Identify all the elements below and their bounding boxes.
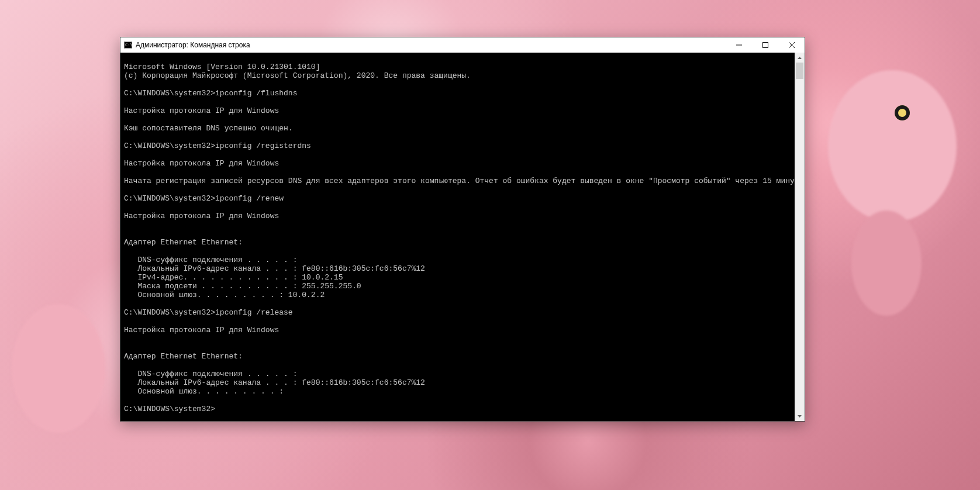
vertical-scrollbar[interactable] [795, 53, 805, 421]
cmd-icon: C:\ [124, 42, 132, 49]
svg-line-5 [789, 42, 795, 48]
command-prompt-window: C:\ Администратор: Командная строка [120, 37, 805, 422]
desktop-wallpaper: C:\ Администратор: Командная строка [0, 0, 980, 490]
svg-text:C:\: C:\ [125, 43, 132, 47]
scrollbar-up-button[interactable] [795, 53, 805, 63]
svg-rect-4 [762, 43, 768, 48]
scrollbar-thumb[interactable] [796, 63, 803, 79]
wallpaper-shape [828, 70, 957, 222]
minimize-button[interactable] [726, 37, 752, 53]
maximize-button[interactable] [752, 37, 778, 53]
client-area: Microsoft Windows [Version 10.0.21301.10… [120, 53, 805, 421]
wallpaper-shape [851, 211, 922, 316]
scrollbar-track[interactable] [795, 63, 805, 411]
window-title: Администратор: Командная строка [136, 41, 250, 49]
scrollbar-down-button[interactable] [795, 411, 805, 421]
wallpaper-shape [895, 105, 910, 120]
svg-line-6 [789, 42, 795, 48]
window-controls [726, 37, 805, 53]
wallpaper-shape [12, 304, 105, 433]
close-button[interactable] [778, 37, 805, 53]
terminal-output[interactable]: Microsoft Windows [Version 10.0.21301.10… [120, 60, 795, 413]
titlebar[interactable]: C:\ Администратор: Командная строка [120, 37, 805, 53]
